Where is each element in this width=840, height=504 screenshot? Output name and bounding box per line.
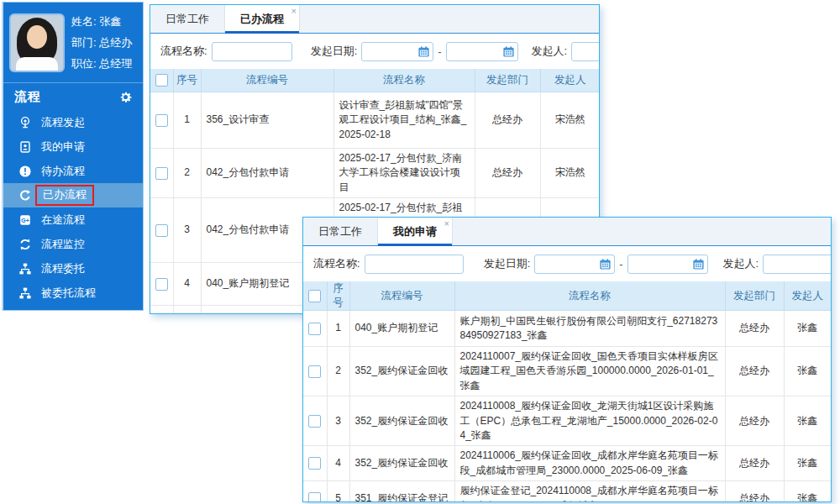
sidebar-item-5[interactable]: G+在途流程 — [3, 207, 143, 232]
tab-daily-work[interactable]: 日常工作 — [150, 5, 224, 33]
seq-cell: 2 — [173, 149, 201, 198]
flow-code-cell: 040_账户期初登记 — [349, 311, 454, 347]
flow-code-cell: 356_设计审查 — [201, 92, 333, 149]
tab-my-applications[interactable]: 我的申请 × — [377, 218, 453, 245]
close-icon[interactable]: × — [444, 219, 449, 228]
flow-name-label: 流程名称: — [313, 256, 360, 271]
id-card-icon — [18, 139, 32, 154]
col-header-flow-name: 流程名称 — [454, 281, 725, 311]
row-checkbox[interactable] — [155, 278, 168, 291]
front-tabbar: 日常工作 我的申请 × — [303, 218, 831, 246]
initiator-input[interactable] — [763, 255, 832, 274]
date-separator: - — [619, 258, 622, 270]
sidebar-item-3[interactable]: 待办流程 — [3, 159, 143, 183]
row-checkbox[interactable] — [308, 457, 321, 470]
seq-cell: 2 — [327, 347, 349, 396]
dept-cell: 总经办 — [475, 92, 540, 149]
calendar-icon[interactable] — [692, 258, 705, 270]
table-row: 2352_履约保证金回收2024110007_履约保证金回收_国色天香项目实体样… — [303, 347, 831, 396]
sidebar-item-4[interactable]: 已办流程 — [3, 183, 143, 207]
tab-done-flows[interactable]: 已办流程 × — [224, 5, 300, 33]
row-checkbox[interactable] — [155, 167, 168, 180]
col-header-flow-code: 流程编号 — [201, 69, 333, 92]
start-date-label: 发起日期: — [311, 44, 358, 59]
initiator-cell: 张鑫 — [784, 446, 831, 481]
close-icon[interactable]: × — [291, 7, 297, 15]
table-row: 3352_履约保证金回收2024110008_履约保证金回收_龙湖天街城1区设计… — [303, 396, 831, 446]
svg-text:G+: G+ — [21, 217, 29, 223]
initiator-cell: 张鑫 — [784, 311, 831, 347]
dept-cell: 总经办 — [725, 347, 784, 396]
sidebar-item-label: 待办流程 — [41, 164, 85, 179]
profile-department: 部门: 总经办 — [71, 32, 132, 53]
tab-daily-work[interactable]: 日常工作 — [303, 218, 377, 245]
dept-cell: 总经办 — [725, 446, 784, 481]
flow-name-cell: 2024110007_履约保证金回收_国色天香项目实体样板房区域园建工程_国色天… — [454, 347, 725, 396]
row-checkbox[interactable] — [308, 323, 321, 335]
sidebar-section-title: 流程 — [14, 89, 41, 105]
flow-name-input[interactable] — [365, 255, 464, 274]
sidebar-item-label: 流程检索 — [41, 310, 85, 312]
sidebar-item-6[interactable]: 流程监控 — [3, 232, 143, 256]
seq-cell: 5 — [173, 306, 201, 314]
sidebar-item-9[interactable]: 流程检索 — [3, 305, 143, 311]
sidebar-item-label: 被委托流程 — [41, 286, 96, 301]
seq-cell: 1 — [327, 311, 349, 347]
seq-cell: 3 — [173, 198, 201, 263]
sitemap-icon — [18, 261, 32, 276]
sidebar: 姓名: 张鑫 部门: 总经办 职位: 总经理 流程 流程发起我的申请待办流程已办… — [2, 2, 144, 311]
calendar-icon[interactable] — [502, 45, 515, 58]
row-checkbox[interactable] — [308, 415, 321, 428]
seq-cell: 4 — [327, 446, 349, 481]
flow-name-cell: 2024110006_履约保证金回收_成都水岸华庭名苑项目一标段_成都城市管理局… — [454, 446, 725, 481]
col-header-dept: 发起部门 — [725, 281, 784, 311]
alert-icon — [18, 164, 32, 178]
refresh-icon — [18, 237, 32, 251]
seq-cell: 3 — [327, 396, 349, 446]
window-my-applications: 日常工作 我的申请 × 流程名称: 发起日期: - 发起人: 待办人: 序号 流… — [302, 217, 832, 502]
my-applications-table: 序号 流程编号 流程名称 发起部门 发起人 1040_账户期初登记账户期初_中国… — [303, 281, 831, 502]
sidebar-item-label: 已办流程 — [35, 185, 94, 206]
col-header-seq: 序号 — [327, 281, 349, 311]
seq-cell: 1 — [173, 92, 201, 149]
sidebar-item-8[interactable]: 被委托流程 — [3, 281, 143, 305]
table-row: 1356_设计审查设计审查_彭祖新城"四馆"景观工程设计项目_结构_张鑫_202… — [150, 92, 600, 149]
avatar — [11, 15, 63, 71]
initiator-label: 发起人: — [532, 44, 568, 59]
flow-code-cell: 352_履约保证金回收 — [349, 446, 454, 481]
sitemap-icon — [18, 286, 32, 300]
dept-cell: 总经办 — [725, 396, 784, 446]
gear-icon[interactable] — [118, 90, 133, 104]
broadcast-icon — [18, 115, 32, 129]
seq-cell: 4 — [173, 263, 201, 306]
select-all-checkbox[interactable] — [308, 290, 321, 302]
sidebar-item-label: 我的申请 — [41, 139, 85, 155]
calendar-icon[interactable] — [417, 45, 430, 58]
initiator-cell: 张鑫 — [784, 347, 831, 396]
table-row: 2042_分包付款申请2025-02-17_分包付款_济南大学工科综合楼建设设计… — [150, 149, 600, 198]
initiator-label: 发起人: — [723, 256, 759, 271]
row-checkbox[interactable] — [155, 224, 168, 237]
flow-code-cell: 042_分包付款申请 — [201, 149, 333, 198]
row-checkbox[interactable] — [308, 492, 321, 502]
flow-name-cell: 2024110008_履约保证金回收_龙湖天街城1区设计采购施工（EPC）总承包… — [454, 396, 725, 446]
back-filterbar: 流程名称: 发起日期: - 发起人: — [150, 34, 599, 69]
back-tabbar: 日常工作 已办流程 × — [150, 5, 599, 34]
flow-code-cell: 352_履约保证金回收 — [349, 396, 454, 446]
dept-cell: 总经办 — [725, 481, 784, 502]
flow-code-cell: 352_履约保证金回收 — [349, 347, 454, 396]
row-checkbox[interactable] — [308, 365, 321, 378]
user-profile: 姓名: 张鑫 部门: 总经办 职位: 总经理 — [3, 3, 143, 83]
col-header-seq: 序号 — [173, 69, 201, 92]
initiator-input[interactable] — [571, 42, 600, 61]
sidebar-item-1[interactable]: 流程发起 — [3, 110, 143, 134]
sidebar-item-label: 在途流程 — [41, 213, 85, 228]
flow-name-cell: 2025-02-17_分包付款_济南大学工科综合楼建设设计项目 — [333, 149, 475, 198]
clock-icon — [18, 310, 32, 311]
sidebar-item-7[interactable]: 流程委托 — [3, 256, 143, 281]
calendar-icon[interactable] — [599, 258, 612, 270]
select-all-checkbox[interactable] — [155, 74, 168, 87]
row-checkbox[interactable] — [155, 114, 168, 127]
flow-name-input[interactable] — [212, 42, 292, 61]
sidebar-item-2[interactable]: 我的申请 — [3, 134, 143, 159]
